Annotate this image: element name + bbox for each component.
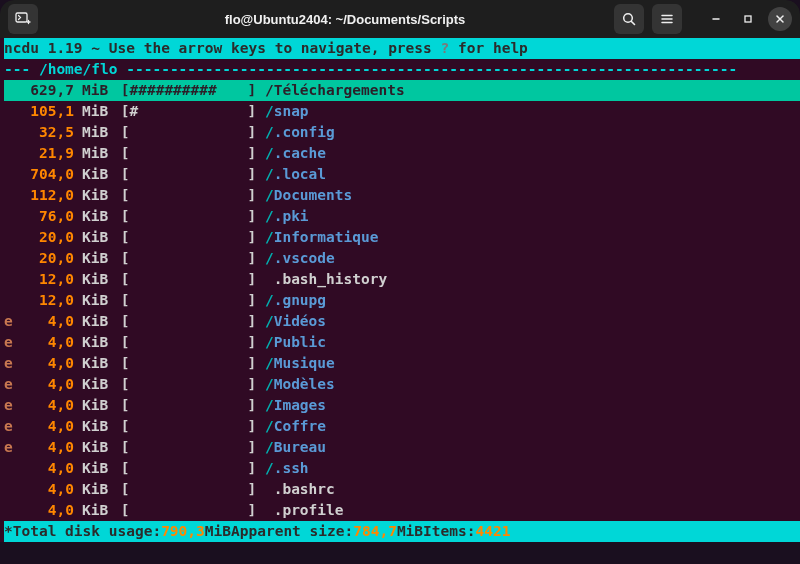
hamburger-menu-button[interactable]: [652, 4, 682, 34]
list-item[interactable]: 12,0 KiB [ ] /.gnupg: [4, 290, 800, 311]
usage-bar: [129, 374, 247, 395]
close-button[interactable]: [768, 7, 792, 31]
bracket-right: ]: [247, 80, 264, 101]
status-apparent: 784,7: [353, 521, 397, 542]
status-total: 790,3: [161, 521, 205, 542]
list-item[interactable]: 21,9 MiB [ ] /.cache: [4, 143, 800, 164]
svg-rect-7: [745, 16, 751, 22]
entry-name: .bash_history: [274, 269, 388, 290]
usage-bar: [129, 479, 247, 500]
list-item[interactable]: 12,0 KiB [ ] .bash_history: [4, 269, 800, 290]
list-item[interactable]: e4,0 KiB [ ] /Musique: [4, 353, 800, 374]
window-title: flo@Ubuntu2404: ~/Documents/Scripts: [84, 12, 606, 27]
entry-name: Téléchargements: [274, 80, 405, 101]
entry-name: .profile: [274, 500, 344, 521]
usage-bar: [129, 500, 247, 521]
entry-unit: KiB: [82, 164, 112, 185]
list-item[interactable]: e4,0 KiB [ ] /Public: [4, 332, 800, 353]
entry-name: .config: [274, 122, 335, 143]
search-icon: [621, 11, 637, 27]
entry-size: 4,0: [14, 437, 74, 458]
entry-name: .vscode: [274, 248, 335, 269]
entry-name: Musique: [274, 353, 335, 374]
dir-slash-icon: /: [265, 101, 274, 122]
bracket-left: [: [121, 395, 130, 416]
entry-flag: e: [4, 311, 14, 332]
entry-unit: MiB: [82, 122, 112, 143]
list-item[interactable]: 704,0 KiB [ ] /.local: [4, 164, 800, 185]
bracket-left: [: [121, 101, 130, 122]
status-apparent-unit: MiB: [397, 521, 423, 542]
entry-size: 4,0: [14, 311, 74, 332]
entry-flag: e: [4, 437, 14, 458]
usage-bar: [129, 143, 247, 164]
status-apparent-label: Apparent size:: [231, 521, 353, 542]
list-item[interactable]: 76,0 KiB [ ] /.pki: [4, 206, 800, 227]
list-item[interactable]: e4,0 KiB [ ] /Images: [4, 395, 800, 416]
list-item[interactable]: e4,0 KiB [ ] /Coffre: [4, 416, 800, 437]
status-total-label: *Total disk usage:: [4, 521, 161, 542]
usage-bar: [129, 437, 247, 458]
status-total-unit: MiB: [205, 521, 231, 542]
list-item[interactable]: 20,0 KiB [ ] /Informatique: [4, 227, 800, 248]
entry-name: snap: [274, 101, 309, 122]
entry-name: Bureau: [274, 437, 326, 458]
entry-flag: [4, 248, 14, 269]
entry-name: Vidéos: [274, 311, 326, 332]
usage-bar: [129, 332, 247, 353]
search-button[interactable]: [614, 4, 644, 34]
spacer: [265, 269, 274, 290]
current-path: /home/flo: [39, 61, 118, 77]
entry-flag: [4, 269, 14, 290]
list-item[interactable]: 4,0 KiB [ ] /.ssh: [4, 458, 800, 479]
list-item[interactable]: 112,0 KiB [ ] /Documents: [4, 185, 800, 206]
entry-size: 21,9: [14, 143, 74, 164]
list-item[interactable]: 32,5 MiB [ ] /.config: [4, 122, 800, 143]
entry-unit: MiB: [82, 80, 112, 101]
dir-slash-icon: /: [265, 437, 274, 458]
entry-size: 4,0: [14, 353, 74, 374]
bracket-right: ]: [247, 416, 264, 437]
usage-bar: [129, 269, 247, 290]
entry-unit: KiB: [82, 311, 112, 332]
list-item[interactable]: e4,0 KiB [ ] /Bureau: [4, 437, 800, 458]
usage-bar: [129, 164, 247, 185]
entry-size: 4,0: [14, 500, 74, 521]
dir-slash-icon: /: [265, 374, 274, 395]
entry-unit: KiB: [82, 269, 112, 290]
dir-slash-icon: /: [265, 311, 274, 332]
entry-unit: KiB: [82, 290, 112, 311]
entry-list[interactable]: 629,7 MiB [##########] /Téléchargements …: [4, 80, 800, 521]
bracket-right: ]: [247, 437, 264, 458]
list-item[interactable]: e4,0 KiB [ ] /Modèles: [4, 374, 800, 395]
terminal[interactable]: ncdu 1.19 ~ Use the arrow keys to naviga…: [0, 38, 800, 542]
entry-size: 76,0: [14, 206, 74, 227]
entry-size: 4,0: [14, 374, 74, 395]
status-bar: *Total disk usage: 790,3 MiB Apparent si…: [4, 521, 800, 542]
app-name: ncdu: [4, 40, 39, 56]
list-item[interactable]: 105,1 MiB [# ] /snap: [4, 101, 800, 122]
entry-flag: [4, 290, 14, 311]
list-item[interactable]: 20,0 KiB [ ] /.vscode: [4, 248, 800, 269]
bracket-left: [: [121, 185, 130, 206]
spacer: [265, 500, 274, 521]
list-item[interactable]: 4,0 KiB [ ] .bashrc: [4, 479, 800, 500]
minimize-button[interactable]: [704, 7, 728, 31]
entry-flag: e: [4, 395, 14, 416]
entry-unit: KiB: [82, 332, 112, 353]
new-tab-button[interactable]: [8, 4, 38, 34]
entry-name: .gnupg: [274, 290, 326, 311]
entry-size: 4,0: [14, 458, 74, 479]
entry-unit: KiB: [82, 374, 112, 395]
list-item[interactable]: 629,7 MiB [##########] /Téléchargements: [4, 80, 800, 101]
maximize-button[interactable]: [736, 7, 760, 31]
entry-flag: [4, 206, 14, 227]
list-item[interactable]: e4,0 KiB [ ] /Vidéos: [4, 311, 800, 332]
bracket-right: ]: [247, 164, 264, 185]
dir-slash-icon: /: [265, 395, 274, 416]
entry-size: 4,0: [14, 479, 74, 500]
bracket-left: [: [121, 416, 130, 437]
entry-name: .cache: [274, 143, 326, 164]
bracket-left: [: [121, 311, 130, 332]
list-item[interactable]: 4,0 KiB [ ] .profile: [4, 500, 800, 521]
